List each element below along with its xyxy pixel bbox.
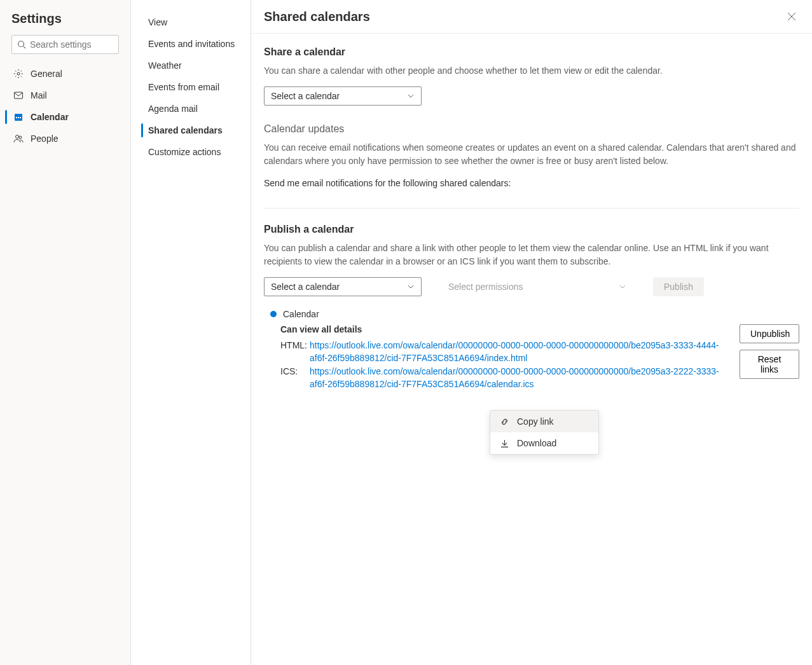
people-icon [13,133,24,144]
svg-line-1 [24,46,26,49]
gear-icon [13,68,24,79]
publish-calendar-select[interactable]: Select a calendar [264,277,422,296]
ics-link-row: ICS: https://outlook.live.com/owa/calend… [280,366,720,390]
publish-button: Publish [653,277,704,296]
nav-calendar[interactable]: Calendar [0,106,130,128]
updates-desc: You can receive email notifications when… [264,141,799,168]
nav-people-label: People [31,134,58,144]
share-calendar-section: Share a calendar You can share a calenda… [264,46,799,106]
search-icon [17,40,26,49]
svg-rect-7 [18,117,19,118]
nav-mail-label: Mail [31,90,47,100]
svg-rect-8 [20,117,21,118]
svg-rect-5 [15,114,22,116]
context-copy-label: Copy link [517,416,554,427]
publish-calendar-section: Publish a calendar You can publish a cal… [264,224,799,392]
subnav-events-invitations[interactable]: Events and invitations [131,33,251,55]
ics-link[interactable]: https://outlook.live.com/owa/calendar/00… [310,366,720,390]
subnav-weather[interactable]: Weather [131,55,251,76]
subnav-shared-calendars[interactable]: Shared calendars [131,120,251,141]
chevron-down-icon [619,283,626,291]
html-link-row: HTML: https://outlook.live.com/owa/calen… [280,339,720,364]
updates-prompt: Send me email notifications for the foll… [264,177,799,190]
nav-people[interactable]: People [0,128,130,149]
svg-point-10 [19,136,22,139]
page-title: Shared calendars [264,10,370,24]
subnav-customize-actions[interactable]: Customize actions [131,141,251,163]
search-field[interactable] [30,39,141,50]
calendar-updates-section: Calendar updates You can receive email n… [264,123,799,190]
context-download-label: Download [517,438,556,448]
main-panel: Shared calendars Share a calendar You ca… [251,0,812,665]
unpublish-button[interactable]: Unpublish [740,324,799,343]
settings-sidebar: Settings General Mail Calendar People [0,0,131,665]
calendar-subnav: View Events and invitations Weather Even… [131,0,251,665]
publish-heading: Publish a calendar [264,224,799,235]
subnav-agenda-mail[interactable]: Agenda mail [131,98,251,120]
published-calendar-row: Calendar [270,309,799,319]
nav-calendar-label: Calendar [31,112,69,122]
nav-general-label: General [31,69,62,79]
publish-desc: You can publish a calendar and share a l… [264,242,799,268]
reset-links-button[interactable]: Reset links [740,350,799,379]
updates-heading: Calendar updates [264,123,799,135]
calendar-color-dot [270,311,277,317]
nav-mail[interactable]: Mail [0,85,130,106]
panel-header: Shared calendars [251,0,812,34]
svg-rect-6 [16,117,17,118]
share-desc: You can share a calendar with other peop… [264,64,799,78]
nav-general[interactable]: General [0,63,130,85]
svg-point-2 [17,72,20,75]
calendar-icon [13,111,24,123]
subnav-view[interactable]: View [131,11,251,33]
download-icon [499,438,509,448]
settings-title: Settings [0,9,130,35]
close-button[interactable] [784,9,799,24]
context-copy-link[interactable]: Copy link [490,411,598,432]
mail-icon [13,90,24,101]
context-download[interactable]: Download [490,432,598,454]
ics-label: ICS: [280,366,306,390]
chevron-down-icon [407,283,415,291]
link-context-menu: Copy link Download [490,410,599,455]
share-calendar-select[interactable]: Select a calendar [264,86,422,106]
svg-point-0 [18,41,24,47]
permissions-value: Select permissions [448,282,523,292]
html-label: HTML: [280,339,306,364]
permission-label: Can view all details [280,324,720,334]
svg-point-9 [16,135,19,139]
html-link[interactable]: https://outlook.live.com/owa/calendar/00… [310,339,720,364]
subnav-events-from-email[interactable]: Events from email [131,76,251,98]
published-calendar-name: Calendar [283,309,319,319]
search-settings-input[interactable] [11,35,119,54]
chevron-down-icon [407,92,415,100]
share-heading: Share a calendar [264,46,799,58]
svg-rect-3 [15,92,23,99]
publish-select-value: Select a calendar [271,282,340,292]
link-icon [499,416,509,427]
section-divider [264,208,799,209]
share-select-value: Select a calendar [271,91,340,101]
permissions-select: Select permissions [442,278,633,296]
